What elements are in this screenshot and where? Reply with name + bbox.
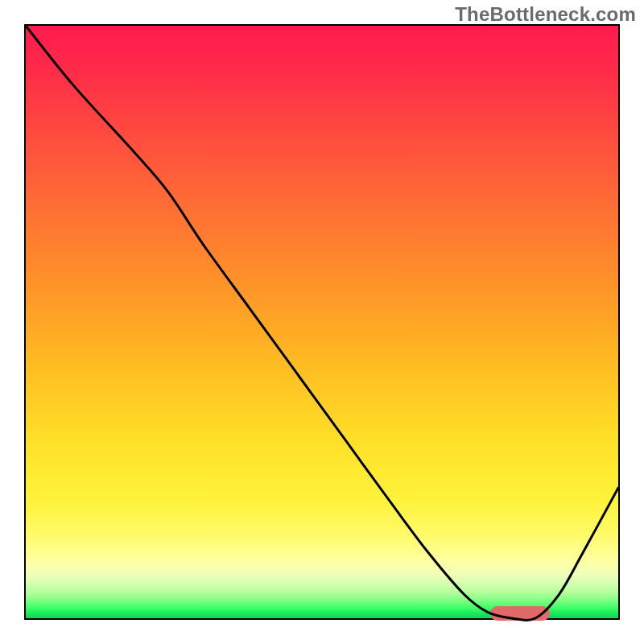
bottleneck-curve	[26, 26, 618, 620]
chart-container: TheBottleneck.com	[0, 0, 644, 644]
curve-layer	[26, 26, 618, 618]
plot-frame	[24, 24, 620, 620]
attribution-label: TheBottleneck.com	[455, 3, 636, 26]
